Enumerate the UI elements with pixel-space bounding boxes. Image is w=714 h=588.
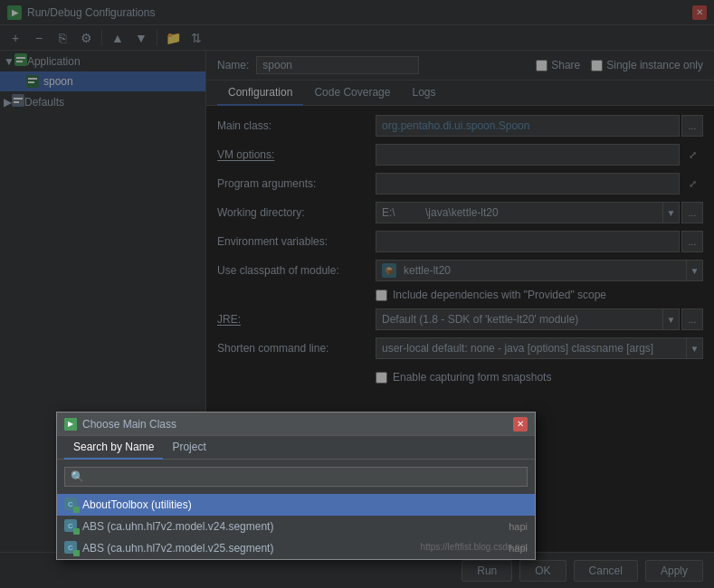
modal-list-item-name-1: ABS (ca.uhn.hl7v2.model.v24.segment) bbox=[82, 520, 505, 533]
modal-list-item-0[interactable]: C AboutToolbox (utilities) bbox=[57, 494, 535, 516]
modal-title: Choose Main Class bbox=[82, 418, 176, 431]
class-icon-0: C bbox=[64, 498, 79, 512]
modal-title-icon: ▶ bbox=[64, 418, 77, 431]
modal-list-item-1[interactable]: C ABS (ca.uhn.hl7v2.model.v24.segment) h… bbox=[57, 516, 535, 537]
class-icon-1: C bbox=[64, 519, 79, 534]
modal-search-area: 🔍 bbox=[57, 460, 535, 494]
choose-main-class-modal: ▶ Choose Main Class ✕ Search by Name Pro… bbox=[56, 412, 536, 560]
modal-search-icon: 🔍 bbox=[71, 470, 84, 483]
modal-title-bar: ▶ Choose Main Class ✕ bbox=[57, 413, 535, 436]
modal-search-input[interactable] bbox=[88, 470, 521, 483]
modal-list-item-name-0: AboutToolbox (utilities) bbox=[82, 498, 192, 511]
modal-close-button[interactable]: ✕ bbox=[513, 417, 528, 432]
modal-tabs: Search by Name Project bbox=[57, 436, 535, 460]
modal-list-item-package-1: hapi bbox=[509, 521, 528, 532]
modal-tab-project[interactable]: Project bbox=[163, 436, 214, 460]
modal-tab-search-by-name[interactable]: Search by Name bbox=[64, 436, 163, 460]
class-icon-2: C bbox=[64, 541, 79, 555]
watermark: https://leftfist.blog.csdn.net bbox=[421, 542, 528, 552]
modal-search-box: 🔍 bbox=[64, 467, 528, 487]
